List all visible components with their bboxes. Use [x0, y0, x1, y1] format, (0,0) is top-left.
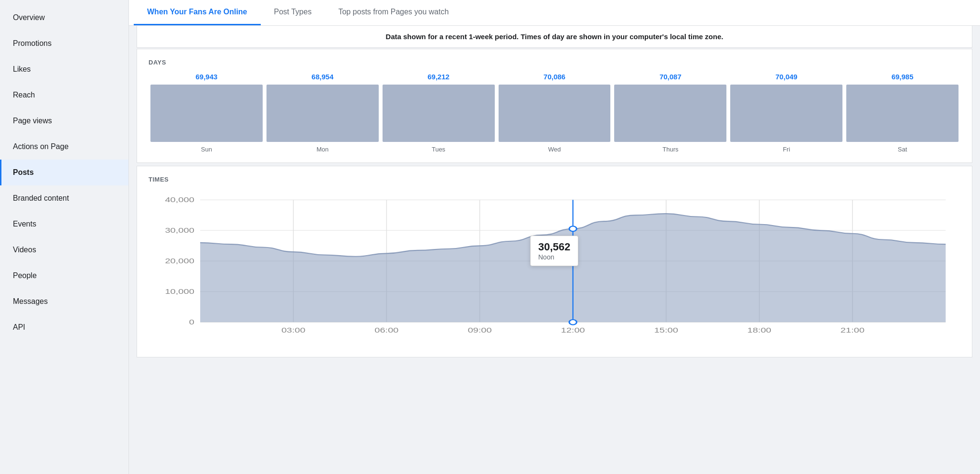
times-chart-area: 010,00020,00030,00040,00003:0006:0009:00… [149, 190, 960, 343]
days-chart: 69,943Sun68,954Mon69,212Tues70,086Wed70,… [149, 73, 960, 153]
content-area: Data shown for a recent 1-week period. T… [129, 26, 980, 365]
sidebar-item-overview[interactable]: Overview [0, 5, 128, 31]
day-name: Fri [783, 146, 790, 153]
day-col-fri: 70,049Fri [730, 73, 842, 153]
sidebar-item-videos[interactable]: Videos [0, 237, 128, 263]
day-col-thurs: 70,087Thurs [614, 73, 726, 153]
day-col-wed: 70,086Wed [499, 73, 611, 153]
sidebar-item-messages[interactable]: Messages [0, 289, 128, 314]
day-col-mon: 68,954Mon [266, 73, 379, 153]
day-bar [383, 85, 495, 142]
day-bar [614, 85, 726, 142]
day-bar [266, 85, 379, 142]
day-bar [846, 85, 959, 142]
svg-text:18:00: 18:00 [747, 326, 771, 334]
svg-text:06:00: 06:00 [374, 326, 398, 334]
day-name: Thurs [662, 146, 678, 153]
day-col-sun: 69,943Sun [150, 73, 263, 153]
tabs-row: When Your Fans Are OnlinePost TypesTop p… [129, 0, 980, 26]
info-bar: Data shown for a recent 1-week period. T… [137, 26, 972, 48]
day-col-sat: 69,985Sat [846, 73, 959, 153]
day-value: 70,087 [660, 73, 682, 81]
day-value: 70,086 [543, 73, 565, 81]
day-name: Wed [548, 146, 561, 153]
tab-top-posts-from-pages-you-watch[interactable]: Top posts from Pages you watch [325, 0, 462, 25]
day-name: Tues [432, 146, 445, 153]
svg-text:30,000: 30,000 [165, 226, 194, 234]
day-bar [150, 85, 263, 142]
sidebar-item-likes[interactable]: Likes [0, 56, 128, 82]
svg-text:21:00: 21:00 [841, 326, 864, 334]
day-value: 68,954 [311, 73, 333, 81]
times-area-chart: 010,00020,00030,00040,00003:0006:0009:00… [149, 190, 960, 343]
day-bar [730, 85, 842, 142]
day-name: Sun [201, 146, 212, 153]
svg-point-26 [569, 320, 576, 325]
svg-text:09:00: 09:00 [468, 326, 491, 334]
sidebar-item-branded-content[interactable]: Branded content [0, 185, 128, 211]
svg-text:12:00: 12:00 [561, 326, 585, 334]
sidebar-item-posts[interactable]: Posts [0, 160, 128, 185]
day-name: Mon [317, 146, 329, 153]
svg-text:03:00: 03:00 [281, 326, 305, 334]
times-section: TIMES 010,00020,00030,00040,00003:0006:0… [137, 166, 972, 357]
times-label: TIMES [149, 176, 960, 183]
day-bar [499, 85, 611, 142]
sidebar-item-people[interactable]: People [0, 263, 128, 289]
svg-text:40,000: 40,000 [165, 196, 194, 204]
day-value: 70,049 [776, 73, 798, 81]
day-value: 69,943 [195, 73, 217, 81]
svg-text:10,000: 10,000 [165, 288, 194, 295]
tab-when-your-fans-are-online[interactable]: When Your Fans Are Online [134, 0, 261, 25]
day-value: 69,212 [427, 73, 449, 81]
days-section: DAYS 69,943Sun68,954Mon69,212Tues70,086W… [137, 49, 972, 163]
day-name: Sat [898, 146, 907, 153]
sidebar-item-reach[interactable]: Reach [0, 82, 128, 108]
sidebar-item-api[interactable]: API [0, 314, 128, 340]
sidebar-item-page-views[interactable]: Page views [0, 108, 128, 134]
svg-text:0: 0 [189, 318, 194, 326]
svg-point-25 [569, 226, 576, 231]
svg-text:15:00: 15:00 [654, 326, 678, 334]
sidebar-item-promotions[interactable]: Promotions [0, 31, 128, 56]
main-content: When Your Fans Are OnlinePost TypesTop p… [129, 0, 980, 474]
tab-post-types[interactable]: Post Types [261, 0, 325, 25]
sidebar: OverviewPromotionsLikesReachPage viewsAc… [0, 0, 129, 474]
svg-text:20,000: 20,000 [165, 257, 194, 265]
days-label: DAYS [149, 59, 960, 66]
day-value: 69,985 [892, 73, 914, 81]
sidebar-item-actions-on-page[interactable]: Actions on Page [0, 134, 128, 160]
day-col-tues: 69,212Tues [383, 73, 495, 153]
sidebar-item-events[interactable]: Events [0, 211, 128, 237]
